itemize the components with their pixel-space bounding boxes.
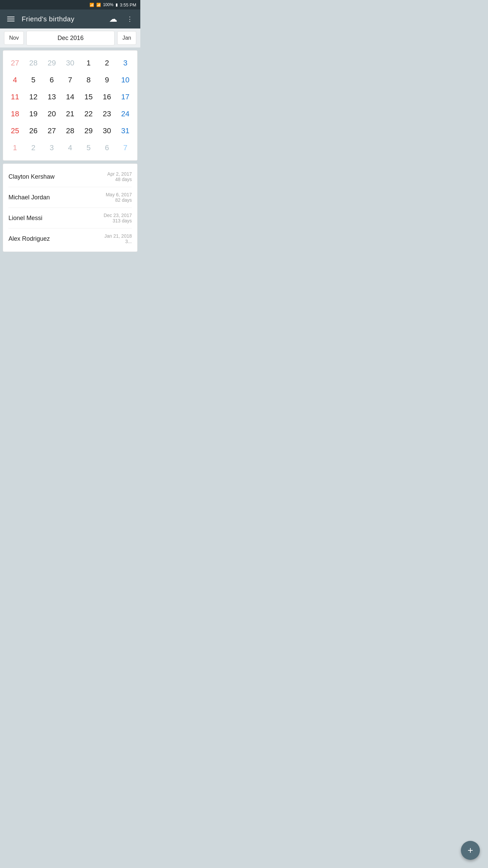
calendar-day[interactable]: 14 [61, 88, 79, 105]
calendar-day[interactable]: 6 [43, 72, 61, 88]
calendar-day[interactable]: 7 [61, 72, 79, 88]
app-bar: Friend's birthday ☁ ⋮ [0, 9, 140, 28]
calendar-day[interactable]: 15 [79, 88, 98, 105]
friend-name: Alex Rodriguez [8, 235, 50, 242]
friend-name: Lionel Messi [8, 215, 42, 222]
prev-month-button[interactable]: Nov [4, 31, 24, 45]
calendar-day[interactable]: 23 [98, 105, 116, 122]
calendar-day[interactable]: 31 [116, 122, 135, 139]
calendar-day[interactable]: 28 [24, 55, 42, 72]
calendar-day[interactable]: 21 [61, 105, 79, 122]
calendar-day[interactable]: 1 [79, 55, 98, 72]
friend-days-remaining: 3... [104, 239, 132, 244]
calendar-grid: 2728293012345678910111213141516171819202… [6, 55, 135, 156]
friend-days-remaining: 313 days [104, 218, 132, 223]
calendar-day[interactable]: 10 [116, 72, 135, 88]
calendar-day[interactable]: 6 [98, 139, 116, 156]
calendar-day[interactable]: 28 [61, 122, 79, 139]
calendar-day[interactable]: 7 [116, 139, 135, 156]
calendar-day[interactable]: 27 [43, 122, 61, 139]
friend-date: Apr 2, 2017 [107, 171, 132, 177]
calendar-day[interactable]: 2 [24, 139, 42, 156]
friend-list-item[interactable]: Michael JordanMay 6, 201782 days [8, 187, 132, 208]
calendar-day[interactable]: 18 [6, 105, 24, 122]
calendar: 2728293012345678910111213141516171819202… [3, 50, 138, 161]
friend-date-info: Dec 23, 2017313 days [104, 213, 132, 223]
cloud-icon[interactable]: ☁ [108, 14, 119, 24]
status-bar: 📶 📶 100% ▮ 3:55 PM [0, 0, 140, 9]
friends-list: Clayton KershawApr 2, 201748 daysMichael… [3, 163, 138, 252]
calendar-day[interactable]: 17 [116, 88, 135, 105]
calendar-day[interactable]: 3 [116, 55, 135, 72]
calendar-day[interactable]: 29 [43, 55, 61, 72]
calendar-day[interactable]: 30 [61, 55, 79, 72]
calendar-day[interactable]: 27 [6, 55, 24, 72]
calendar-day[interactable]: 1 [6, 139, 24, 156]
friend-date: Jan 21, 2018 [104, 233, 132, 239]
calendar-day[interactable]: 22 [79, 105, 98, 122]
calendar-day[interactable]: 4 [61, 139, 79, 156]
friend-date-info: Apr 2, 201748 days [107, 171, 132, 182]
calendar-day[interactable]: 20 [43, 105, 61, 122]
friend-list-item[interactable]: Clayton KershawApr 2, 201748 days [8, 166, 132, 187]
battery-label: 100% [103, 2, 114, 7]
friend-date: May 6, 2017 [106, 192, 132, 197]
friend-list-item[interactable]: Alex RodriguezJan 21, 20183... [8, 229, 132, 249]
calendar-day[interactable]: 12 [24, 88, 42, 105]
more-menu-button[interactable]: ⋮ [124, 14, 135, 24]
friend-days-remaining: 82 days [106, 197, 132, 203]
hamburger-icon [7, 17, 15, 21]
signal-icon: 📶 [96, 3, 101, 7]
battery-icon: ▮ [116, 2, 118, 7]
calendar-day[interactable]: 30 [98, 122, 116, 139]
calendar-day[interactable]: 3 [43, 139, 61, 156]
next-month-button[interactable]: Jan [117, 31, 136, 45]
calendar-day[interactable]: 24 [116, 105, 135, 122]
calendar-day[interactable]: 9 [98, 72, 116, 88]
current-month-label: Dec 2016 [26, 31, 115, 45]
calendar-day[interactable]: 4 [6, 72, 24, 88]
time-label: 3:55 PM [120, 2, 136, 7]
calendar-day[interactable]: 25 [6, 122, 24, 139]
friend-date: Dec 23, 2017 [104, 213, 132, 218]
calendar-day[interactable]: 5 [79, 139, 98, 156]
calendar-day[interactable]: 5 [24, 72, 42, 88]
calendar-day[interactable]: 8 [79, 72, 98, 88]
friend-list-item[interactable]: Lionel MessiDec 23, 2017313 days [8, 208, 132, 229]
friend-date-info: May 6, 201782 days [106, 192, 132, 203]
calendar-day[interactable]: 29 [79, 122, 98, 139]
menu-button[interactable] [5, 14, 16, 24]
calendar-day[interactable]: 26 [24, 122, 42, 139]
friend-name: Clayton Kershaw [8, 173, 55, 180]
friend-name: Michael Jordan [8, 194, 50, 201]
calendar-day[interactable]: 11 [6, 88, 24, 105]
calendar-day[interactable]: 2 [98, 55, 116, 72]
friend-days-remaining: 48 days [107, 177, 132, 182]
page-title: Friend's birthday [22, 15, 102, 23]
friend-date-info: Jan 21, 20183... [104, 233, 132, 244]
wifi-icon: 📶 [89, 3, 94, 7]
calendar-day[interactable]: 19 [24, 105, 42, 122]
month-nav: Nov Dec 2016 Jan [0, 28, 140, 47]
calendar-day[interactable]: 16 [98, 88, 116, 105]
calendar-day[interactable]: 13 [43, 88, 61, 105]
